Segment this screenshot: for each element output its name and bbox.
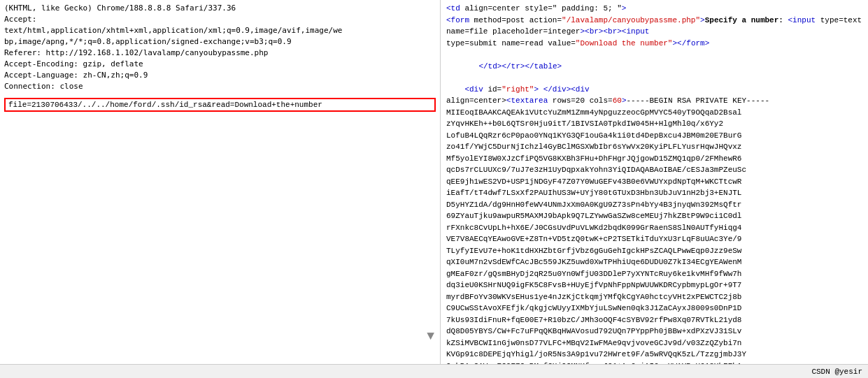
div-right: <div id="right"> </div><div (446, 85, 590, 94)
td-align-attr: align=center style=" padding: 5; " (460, 4, 622, 13)
textarea-attrs: rows=20 cols= (553, 96, 613, 105)
br1: <br><br> (585, 27, 622, 36)
right-html-content: <td align=center style=" padding: 5; "> … (446, 3, 862, 364)
input2-open: <input (622, 27, 650, 36)
main-container: (KHTML, like Gecko) Chrome/188.8.8.8 Saf… (0, 0, 868, 364)
input2-attrs: type=submit name=read value= (446, 39, 576, 48)
specify-bold: Specify a number: (705, 16, 788, 24)
td-tr-table-close: </td></tr></table> (446, 62, 562, 71)
scroll-down-indicator: ▼ (427, 329, 434, 343)
form-end: </form> (677, 39, 709, 48)
rsa-key-content: MIIEoqIBAAKCAQEAk1VUtcYuZmM1Zmm4yNpguzze… (446, 108, 746, 365)
td-open-tag: <td (446, 4, 460, 13)
input2-value: "Download the number" (576, 39, 673, 48)
right-panel: <td align=center style=" padding: 5; "> … (441, 0, 868, 364)
textarea-cols: 60 (613, 96, 622, 105)
form-close-bracket: > (700, 16, 705, 24)
rsa-begin: -----BEGIN RSA PRIVATE KEY----- (626, 96, 769, 105)
file-read-input[interactable] (4, 98, 436, 112)
bottom-bar: CSDN @yesir (0, 364, 868, 378)
form-tag: <form (446, 16, 474, 24)
left-panel: (KHTML, like Gecko) Chrome/188.8.8.8 Saf… (0, 0, 441, 364)
request-headers: (KHTML, like Gecko) Chrome/188.8.8.8 Saf… (4, 3, 436, 92)
form-action-value: "/lavalamp/canyoubypassme.php" (562, 16, 700, 24)
div-align: align=center> (446, 96, 506, 105)
input1-open: <input (788, 16, 820, 24)
watermark: CSDN @yesir (811, 368, 862, 376)
td-close-bracket: > (622, 4, 627, 13)
textarea-open: <textarea (506, 96, 553, 105)
